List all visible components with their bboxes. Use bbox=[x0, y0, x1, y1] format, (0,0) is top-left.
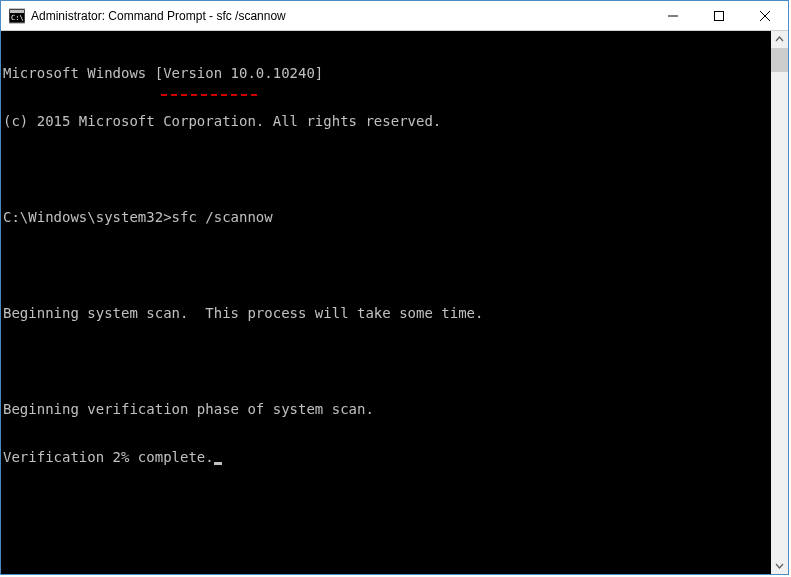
console-line bbox=[3, 353, 771, 369]
progress-text: Verification 2% complete. bbox=[3, 449, 214, 465]
close-button[interactable] bbox=[742, 1, 788, 30]
maximize-button[interactable] bbox=[696, 1, 742, 30]
console-line: Microsoft Windows [Version 10.0.10240] bbox=[3, 65, 771, 81]
window-controls bbox=[650, 1, 788, 30]
window-title: Administrator: Command Prompt - sfc /sca… bbox=[31, 9, 286, 23]
minimize-button[interactable] bbox=[650, 1, 696, 30]
svg-rect-1 bbox=[10, 10, 24, 13]
prompt-text: C:\Windows\system32> bbox=[3, 209, 172, 225]
console-line bbox=[3, 161, 771, 177]
console-line bbox=[3, 257, 771, 273]
cmd-icon: C:\ bbox=[9, 8, 25, 24]
svg-rect-4 bbox=[715, 11, 724, 20]
console-output[interactable]: Microsoft Windows [Version 10.0.10240] (… bbox=[1, 31, 771, 574]
vertical-scrollbar[interactable] bbox=[771, 31, 788, 574]
command-text: sfc /scannow bbox=[172, 209, 273, 225]
scroll-thumb[interactable] bbox=[771, 48, 788, 72]
console-line: Verification 2% complete. bbox=[3, 449, 771, 465]
command-prompt-window: C:\ Administrator: Command Prompt - sfc … bbox=[0, 0, 789, 575]
text-cursor bbox=[214, 462, 222, 465]
console-line: Beginning verification phase of system s… bbox=[3, 401, 771, 417]
svg-text:C:\: C:\ bbox=[11, 14, 24, 22]
titlebar[interactable]: C:\ Administrator: Command Prompt - sfc … bbox=[1, 1, 788, 31]
console-prompt-line: C:\Windows\system32>sfc /scannow bbox=[3, 209, 771, 225]
annotation-underline bbox=[161, 94, 257, 96]
scroll-up-button[interactable] bbox=[771, 31, 788, 48]
console-line: Beginning system scan. This process will… bbox=[3, 305, 771, 321]
console-line: (c) 2015 Microsoft Corporation. All righ… bbox=[3, 113, 771, 129]
client-area: Microsoft Windows [Version 10.0.10240] (… bbox=[1, 31, 788, 574]
scroll-track[interactable] bbox=[771, 48, 788, 557]
scroll-down-button[interactable] bbox=[771, 557, 788, 574]
